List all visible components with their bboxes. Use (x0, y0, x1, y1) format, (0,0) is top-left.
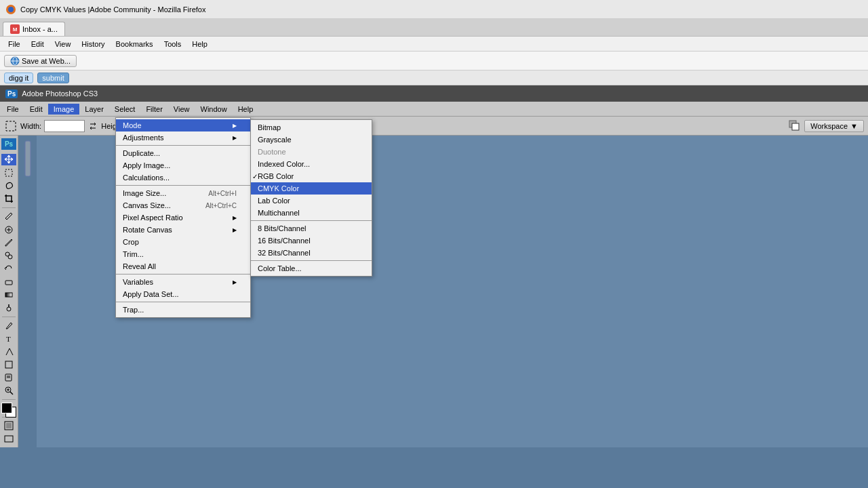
shape-tool[interactable] (1, 359, 16, 370)
ps-menu-window[interactable]: Window (195, 104, 233, 115)
menu-item-trap[interactable]: Trap... (116, 304, 250, 316)
save-at-web-button[interactable]: Save at Web... (4, 55, 77, 67)
apply-dataset-label: Apply Data Set... (123, 290, 179, 298)
menu-item-rgb-color[interactable]: ✓ RGB Color (251, 170, 372, 182)
menu-item-variables[interactable]: Variables (116, 276, 250, 288)
pen-tool[interactable] (1, 320, 16, 331)
cmyk-color-label: CMYK Color (258, 184, 299, 192)
svg-rect-14 (5, 281, 12, 285)
browser-title-text: Copy CMYK Values |Adobe Community - Mozi… (20, 5, 205, 14)
menu-item-duplicate[interactable]: Duplicate... (116, 147, 250, 159)
digg-it-button[interactable]: digg it (4, 73, 33, 83)
eraser-tool[interactable] (1, 276, 16, 287)
history-brush-tool[interactable] (1, 263, 16, 274)
clone-tool[interactable] (1, 249, 16, 261)
gradient-tool[interactable] (1, 289, 16, 300)
path-selection-tool[interactable] (1, 346, 16, 357)
menu-item-trim[interactable]: Trim... (116, 248, 250, 260)
menu-item-color-table[interactable]: Color Table... (251, 262, 372, 274)
browser-menu-bookmarks[interactable]: Bookmarks (111, 39, 159, 49)
browser-tab[interactable]: M Inbox - a... (3, 22, 65, 36)
svg-rect-27 (5, 436, 13, 442)
marquee-tool[interactable] (1, 167, 16, 178)
notes-tool[interactable] (1, 372, 16, 384)
firefox-tabs: M Inbox - a... (0, 19, 868, 37)
menu-item-calculations[interactable]: Calculations... (116, 171, 250, 184)
menu-item-rotate-canvas[interactable]: Rotate Canvas (116, 224, 250, 236)
width-label: Width: (20, 122, 41, 130)
svg-line-24 (10, 392, 13, 394)
eyedropper-tool[interactable] (1, 211, 16, 222)
heal-tool[interactable] (1, 224, 16, 235)
svg-rect-19 (5, 361, 12, 368)
dodge-tool[interactable] (1, 302, 16, 313)
zoom-tool[interactable] (1, 385, 16, 396)
crop-tool-btn[interactable] (1, 193, 16, 205)
image-size-shortcut: Alt+Ctrl+I (208, 190, 237, 197)
menu-item-apply-image[interactable]: Apply Image... (116, 159, 250, 171)
pixel-aspect-ratio-label: Pixel Aspect Ratio (123, 214, 183, 222)
menu-item-reveal-all[interactable]: Reveal All (116, 260, 250, 272)
grayscale-label: Grayscale (258, 136, 292, 144)
reveal-all-label: Reveal All (123, 262, 156, 270)
canvas-size-shortcut: Alt+Ctrl+C (205, 202, 237, 209)
browser-menu-help[interactable]: Help (186, 39, 213, 49)
type-tool[interactable]: T (1, 333, 16, 344)
ps-logo-small: Ps (1, 138, 16, 150)
browser-menu-history[interactable]: History (76, 39, 110, 49)
menu-item-8bits[interactable]: 8 Bits/Channel (251, 222, 372, 235)
move-tool[interactable] (1, 154, 16, 165)
menu-item-canvas-size[interactable]: Canvas Size... Alt+Ctrl+C (116, 199, 250, 211)
menu-item-lab-color[interactable]: Lab Color (251, 195, 372, 207)
menu-item-adjustments[interactable]: Adjustments (116, 131, 250, 144)
brush-tool[interactable] (1, 237, 16, 248)
svg-rect-26 (6, 423, 12, 428)
color-swatches[interactable] (1, 403, 16, 414)
menu-item-indexed-color[interactable]: Indexed Color... (251, 158, 372, 170)
menu-item-16bits[interactable]: 16 Bits/Channel (251, 235, 372, 247)
menu-item-duotone[interactable]: Duotone (251, 146, 372, 158)
ps-menu-edit[interactable]: Edit (24, 104, 48, 115)
ps-menu-help[interactable]: Help (233, 104, 259, 115)
8bits-label: 8 Bits/Channel (258, 224, 307, 232)
ps-menu-file[interactable]: File (1, 104, 24, 115)
menu-item-multichannel[interactable]: Multichannel (251, 207, 372, 219)
ps-menu-view[interactable]: View (168, 104, 195, 115)
foreground-color[interactable] (1, 403, 12, 413)
menu-item-crop[interactable]: Crop (116, 236, 250, 248)
menu-item-32bits[interactable]: 32 Bits/Channel (251, 247, 372, 259)
browser-menu-tools[interactable]: Tools (159, 39, 187, 49)
trim-label: Trim... (123, 250, 144, 258)
ps-menu-layer[interactable]: Layer (79, 104, 109, 115)
width-input[interactable] (44, 120, 85, 132)
menu-item-cmyk-color[interactable]: CMYK Color (251, 182, 372, 195)
menu-item-grayscale[interactable]: Grayscale (251, 134, 372, 146)
browser-title-bar: Copy CMYK Values |Adobe Community - Mozi… (0, 0, 868, 19)
32bits-label: 32 Bits/Channel (258, 249, 311, 257)
digg-submit-button[interactable]: submit (37, 73, 68, 83)
browser-menu-edit[interactable]: Edit (26, 39, 50, 49)
ps-menu-filter[interactable]: Filter (140, 104, 167, 115)
mode-sep-1 (251, 220, 372, 221)
ps-menu-image[interactable]: Image (48, 104, 80, 115)
screen-mode-button[interactable] (1, 433, 16, 445)
ps-menu-select[interactable]: Select (109, 104, 141, 115)
quick-mask-button[interactable] (1, 420, 16, 431)
browser-menu-file[interactable]: File (3, 39, 26, 49)
toolbar-separator-1 (2, 207, 16, 208)
ps-title-bar: Ps Adobe Photoshop CS3 (0, 85, 868, 102)
globe-icon (10, 56, 20, 66)
svg-rect-7 (6, 121, 16, 131)
svg-rect-15 (5, 293, 12, 297)
menu-item-image-size[interactable]: Image Size... Alt+Ctrl+I (116, 187, 250, 199)
menu-item-bitmap[interactable]: Bitmap (251, 121, 372, 134)
16bits-label: 16 Bits/Channel (258, 237, 311, 245)
lasso-tool[interactable] (1, 180, 16, 191)
menu-item-apply-dataset[interactable]: Apply Data Set... (116, 288, 250, 300)
mode-label: Mode (123, 121, 142, 129)
workspace-button[interactable]: Workspace ▼ (804, 120, 864, 132)
workspace-dropdown-icon: ▼ (850, 122, 858, 130)
menu-item-pixel-aspect-ratio[interactable]: Pixel Aspect Ratio (116, 211, 250, 224)
menu-item-mode[interactable]: Mode Bitmap Grayscale Duotone Indexed Co… (116, 119, 250, 131)
browser-menu-view[interactable]: View (50, 39, 77, 49)
